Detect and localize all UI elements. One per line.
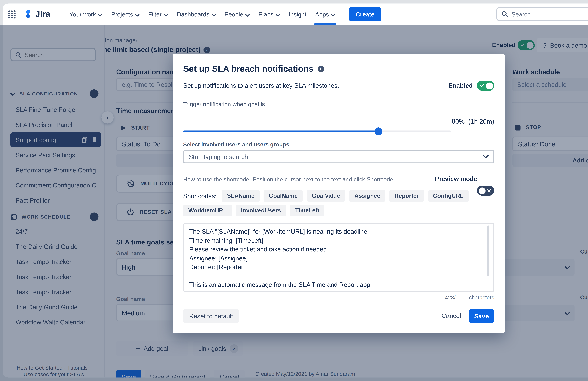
search-icon xyxy=(502,11,508,17)
textarea-scrollbar[interactable] xyxy=(487,226,489,276)
slider-handle[interactable] xyxy=(375,127,382,135)
chevron-down-icon xyxy=(483,155,489,158)
notification-message-textarea[interactable]: The SLA "[SLAName]" for [WorkItemURL] is… xyxy=(183,223,494,292)
modal-save-button[interactable]: Save xyxy=(469,309,494,323)
info-icon[interactable]: i xyxy=(317,66,324,72)
chevron-down-icon xyxy=(98,11,103,18)
top-nav: Jira Your work Projects Filter Dashboard… xyxy=(2,3,588,24)
shortcodes-label: Shortcodes: xyxy=(183,192,217,199)
nav-your-work[interactable]: Your work xyxy=(65,3,107,24)
shortcodes-row: Shortcodes: SLAName GoalName GoalValue A… xyxy=(183,190,495,216)
modal-title: Set up SLA breach notifications i xyxy=(183,64,324,74)
nav-insight[interactable]: Insight xyxy=(284,3,311,24)
nav-people[interactable]: People xyxy=(220,3,254,24)
app-switcher-icon[interactable] xyxy=(8,10,16,18)
nav-menu: Your work Projects Filter Dashboards Peo… xyxy=(65,3,340,24)
app-stage: Jira Your work Projects Filter Dashboard… xyxy=(0,0,588,381)
active-tab-underline xyxy=(314,23,336,24)
reset-default-button[interactable]: Reset to default xyxy=(183,309,239,323)
slider-fill xyxy=(183,130,378,132)
shortcode-chip[interactable]: Assignee xyxy=(349,190,385,202)
create-button[interactable]: Create xyxy=(349,7,381,21)
trigger-label: Trigger notification when goal is… xyxy=(183,101,271,107)
search-input[interactable] xyxy=(511,11,588,18)
chevron-down-icon xyxy=(331,11,336,18)
shortcode-chip[interactable]: SLAName xyxy=(222,190,260,202)
shortcode-chip[interactable]: TimeLeft xyxy=(290,205,325,216)
nav-filter[interactable]: Filter xyxy=(144,3,172,24)
nav-apps[interactable]: Apps xyxy=(311,3,340,24)
nav-plans[interactable]: Plans xyxy=(254,3,284,24)
modal-description: Set up notifications to alert users at k… xyxy=(183,82,339,89)
shortcode-chip[interactable]: GoalValue xyxy=(307,190,345,202)
chevron-down-icon xyxy=(135,11,140,18)
slider-value: 80% (1h 20m) xyxy=(415,117,494,125)
notifications-enabled-toggle[interactable] xyxy=(477,81,494,91)
jira-logo-text[interactable]: Jira xyxy=(35,9,50,19)
chevron-down-icon xyxy=(211,11,216,18)
chevron-down-icon xyxy=(276,11,280,18)
shortcode-chip[interactable]: WorkItemURL xyxy=(183,205,232,216)
jira-logo-icon[interactable] xyxy=(23,9,33,19)
nav-right-cluster: 9+ ? xyxy=(496,7,588,21)
nav-projects[interactable]: Projects xyxy=(107,3,144,24)
char-count: 423/1000 characters xyxy=(365,295,494,300)
involved-users-select[interactable]: Start typing to search xyxy=(183,150,494,163)
modal-cancel-button[interactable]: Cancel xyxy=(441,312,461,319)
global-search[interactable] xyxy=(496,7,588,21)
notifications-enabled-label: Enabled xyxy=(448,82,473,89)
sla-breach-notifications-modal: Set up SLA breach notifications i Set up… xyxy=(173,54,504,334)
chevron-down-icon xyxy=(245,11,250,18)
shortcode-chip[interactable]: GoalName xyxy=(264,190,303,202)
involved-users-label: Select involved users and users groups xyxy=(183,141,289,148)
shortcode-chip[interactable]: Reporter xyxy=(389,190,424,202)
preview-mode-label: Preview mode xyxy=(435,175,477,182)
shortcode-help-text: How to use the shortcode: Position the c… xyxy=(183,176,395,183)
nav-dashboards[interactable]: Dashboards xyxy=(172,3,220,24)
shortcode-chip[interactable]: InvolvedUsers xyxy=(236,205,286,216)
chevron-down-icon xyxy=(164,11,168,18)
trigger-slider[interactable] xyxy=(183,130,451,132)
shortcode-chip[interactable]: ConfigURL xyxy=(428,190,469,202)
